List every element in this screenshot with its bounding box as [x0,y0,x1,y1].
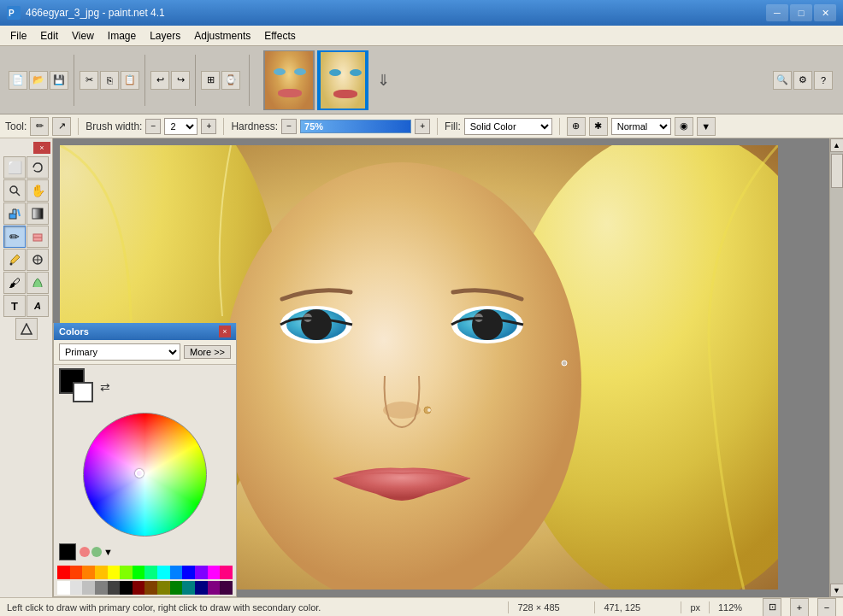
hardness-minus[interactable]: − [281,119,297,134]
palette-cell[interactable] [108,566,121,579]
colors-close-btn[interactable]: × [219,326,231,337]
copy-btn[interactable]: ⎘ [100,71,119,90]
brush-width-plus[interactable]: + [201,119,216,134]
zoom-out-btn[interactable]: − [817,598,836,617]
brush-btn[interactable]: 🖌 [3,272,26,294]
scroll-thumb[interactable] [831,154,843,188]
fill-select[interactable]: Solid Color Linear Gradient Radial Gradi… [464,118,552,135]
eraser-btn[interactable] [27,226,49,248]
save-btn[interactable]: 💾 [50,71,68,90]
tool-pencil-btn[interactable]: ✏ [30,117,49,136]
settings-btn[interactable]: ⚙ [793,71,812,90]
menu-layers[interactable]: Layers [143,28,187,44]
palette-cell[interactable] [144,581,157,595]
secondary-color-swatch[interactable] [73,382,93,402]
thumbnail-2[interactable] [317,50,368,110]
black-swatch[interactable] [59,543,76,560]
palette-cell[interactable] [95,581,108,595]
blend-mode-select[interactable]: Normal Multiply Screen Overlay Darken Li… [611,118,671,135]
history-btn[interactable]: ⌚ [221,71,240,90]
palette-cell[interactable] [220,566,233,579]
palette-cell[interactable] [70,566,83,579]
color-picker-btn[interactable] [3,249,26,271]
paint-bucket-btn[interactable] [3,202,26,225]
search-btn[interactable]: 🔍 [773,71,792,90]
lasso-select-btn[interactable] [27,156,49,179]
palette-cell[interactable] [70,581,83,595]
pencil-btn[interactable]: ✏ [3,226,26,248]
opacity-btn[interactable]: ◉ [675,117,693,136]
palette-cell[interactable] [95,566,108,579]
color-mode-select[interactable]: Primary Secondary [59,343,180,361]
palette-cell[interactable] [182,566,195,579]
new-btn[interactable]: 📄 [9,71,27,90]
grid-btn[interactable]: ⊞ [201,71,220,90]
thumbnail-1[interactable] [263,50,315,110]
menu-adjustments[interactable]: Adjustments [187,28,257,44]
brush-width-minus[interactable]: − [145,119,161,134]
cut-btn[interactable]: ✂ [80,71,98,90]
palette-cell[interactable] [170,581,183,595]
shapes-btn[interactable] [15,318,38,340]
scroll-down-btn[interactable]: ▼ [830,584,844,597]
minimize-button[interactable]: ─ [766,4,788,21]
palette-cell[interactable] [208,581,221,595]
recolor-btn[interactable] [27,272,49,294]
palette-cell[interactable] [108,581,121,595]
brush-width-select[interactable]: 2 4 6 8 10 [164,118,197,135]
blend-icon[interactable]: ⊕ [567,117,586,136]
undo-btn[interactable]: ↩ [150,71,169,90]
hardness-bar[interactable]: 75% [300,120,411,133]
palette-cell[interactable] [195,566,208,579]
palette-cell[interactable] [157,566,170,579]
menu-image[interactable]: Image [101,28,143,44]
menu-edit[interactable]: Edit [33,28,65,44]
color-wheel[interactable] [83,413,207,537]
close-toolbox-btn[interactable]: × [33,142,50,154]
palette-cell[interactable] [82,581,95,595]
text-btn[interactable]: T [3,295,26,317]
zoom-in-btn[interactable]: + [790,598,809,617]
color-dots-btn[interactable]: ▼ [80,547,113,557]
palette-cell[interactable] [157,581,170,595]
colors-toolbar: Primary Secondary More >> [54,340,236,365]
palette-cell[interactable] [57,581,70,595]
more-colors-btn[interactable]: More >> [184,345,231,359]
close-button[interactable]: ✕ [814,4,836,21]
clone-btn[interactable] [27,249,49,271]
paste-btn[interactable]: 📋 [121,71,139,90]
palette-cell[interactable] [82,566,95,579]
palette-cell[interactable] [170,566,183,579]
palette-cell[interactable] [144,566,157,579]
maximize-button[interactable]: □ [790,4,812,21]
palette-cell[interactable] [133,581,145,595]
scrollbar-vertical[interactable]: ▲ ▼ [829,138,843,597]
swap-colors-btn[interactable]: ⇄ [100,380,110,394]
scroll-up-btn[interactable]: ▲ [830,138,844,152]
palette-cell[interactable] [208,566,221,579]
text-style-btn[interactable]: A [27,295,49,317]
pan-btn[interactable]: ✋ [27,179,49,202]
scroll-track[interactable] [830,152,844,584]
redo-btn[interactable]: ↪ [171,71,190,90]
antialiasing-btn[interactable]: ✱ [589,117,608,136]
palette-cell[interactable] [120,581,133,595]
palette-cell[interactable] [182,581,195,595]
menu-file[interactable]: File [3,28,33,44]
hardness-plus[interactable]: + [415,119,430,134]
palette-cell[interactable] [220,581,233,595]
gradient-btn[interactable] [27,202,49,225]
menu-effects[interactable]: Effects [257,28,302,44]
zoom-fit-btn[interactable]: ⊡ [763,598,781,617]
palette-cell[interactable] [133,566,145,579]
zoom-btn[interactable] [3,179,26,202]
open-btn[interactable]: 📂 [29,71,48,90]
palette-cell[interactable] [195,581,208,595]
palette-cell[interactable] [57,566,70,579]
help-btn[interactable]: ? [814,71,833,90]
menu-view[interactable]: View [65,28,101,44]
more-options-btn[interactable]: ▼ [697,117,716,136]
palette-cell[interactable] [120,566,133,579]
rectangle-select-btn[interactable]: ⬜ [3,156,26,179]
tool-arrow-btn[interactable]: ↗ [52,117,71,136]
